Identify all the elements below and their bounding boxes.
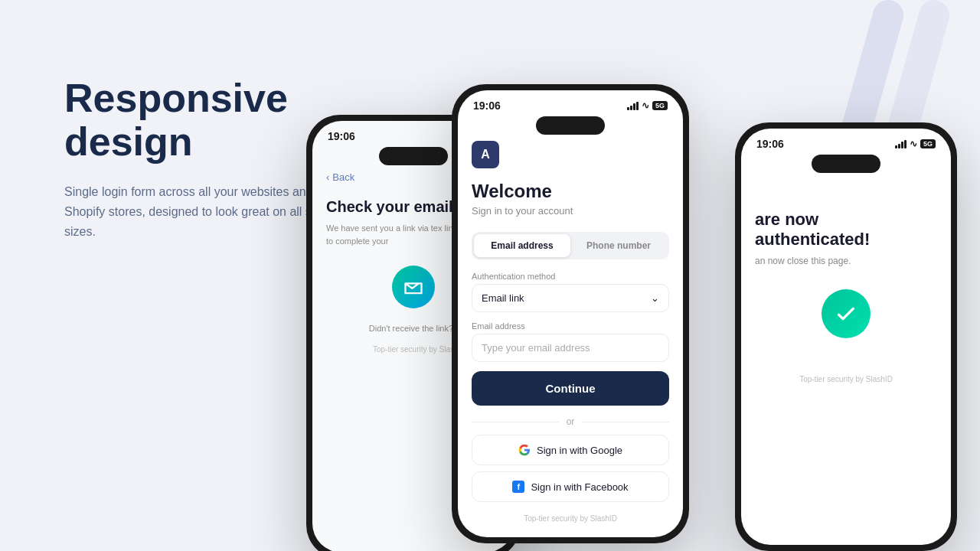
google-signin-button[interactable]: Sign in with Google — [472, 435, 669, 465]
auth-title: are now authenticated! — [755, 210, 937, 249]
time-center: 19:06 — [473, 99, 501, 112]
email-field-group: Email address Type your email address — [472, 321, 669, 362]
facebook-icon: f — [512, 481, 524, 493]
divider-line-right — [582, 422, 669, 422]
dynamic-island-left — [379, 147, 448, 165]
auth-method-select[interactable]: Email link ⌄ — [472, 284, 669, 312]
phone-center-content: A Welcome Sign in to your account Email … — [458, 141, 683, 529]
wifi-icon-center: ∿ — [642, 100, 649, 111]
welcome-title: Welcome — [472, 181, 669, 202]
security-footer-center: Top-tier security by SlashID — [472, 508, 669, 529]
email-sent-icon — [392, 266, 435, 308]
divider-line-left — [472, 422, 559, 422]
status-bar-center: 19:06 ∿ 5G — [458, 90, 683, 116]
phone-center: 19:06 ∿ 5G A Welcome Sign i — [452, 84, 689, 543]
continue-button[interactable]: Continue — [472, 371, 669, 406]
signal-icon-center — [627, 102, 639, 110]
app-icon: A — [472, 141, 499, 168]
battery-icon-right: 5G — [920, 139, 936, 148]
chevron-left-icon: ‹ — [326, 171, 329, 183]
email-label: Email address — [472, 321, 669, 331]
auth-method-label: Authentication method — [472, 272, 669, 281]
google-icon — [518, 444, 531, 456]
battery-icon-center: 5G — [652, 101, 668, 110]
phone-right-screen: 19:06 ∿ 5G are now authenticated — [741, 129, 951, 545]
or-divider: or — [472, 416, 669, 427]
facebook-label: Sign in with Facebook — [531, 481, 628, 493]
security-footer-right: Top-tier security by SlashID — [755, 369, 937, 390]
auth-subtitle: an now close this page. — [755, 256, 937, 266]
status-icons-right: ∿ 5G — [895, 139, 936, 149]
auth-method-field: Authentication method Email link ⌄ — [472, 272, 669, 312]
welcome-subtitle: Sign in to your account — [472, 205, 669, 217]
status-bar-right: 19:06 ∿ 5G — [741, 129, 951, 155]
status-icons-center: ∿ 5G — [627, 100, 668, 111]
phones-container: 19:06 ∿ 5G ‹ Back — [291, 38, 980, 551]
auth-success-icon — [822, 289, 871, 338]
google-label: Sign in with Google — [537, 445, 622, 456]
time-left: 19:06 — [328, 130, 355, 142]
phone-right: 19:06 ∿ 5G are now authenticated — [735, 122, 957, 551]
auth-tab-switcher[interactable]: Email address Phone number — [472, 232, 669, 259]
email-input[interactable]: Type your email address — [472, 334, 669, 362]
auth-method-value: Email link — [482, 292, 524, 304]
phone-right-content: are now authenticated! an now close this… — [741, 210, 951, 390]
dynamic-island-center — [536, 116, 605, 135]
tab-email[interactable]: Email address — [474, 234, 570, 257]
chevron-down-icon: ⌄ — [651, 292, 659, 304]
wifi-icon-right: ∿ — [910, 139, 917, 149]
time-right: 19:06 — [756, 138, 784, 150]
phone-center-screen: 19:06 ∿ 5G A Welcome Sign i — [458, 90, 683, 537]
tab-phone[interactable]: Phone number — [570, 234, 667, 257]
dynamic-island-right — [812, 155, 880, 173]
signal-icon-right — [895, 140, 906, 148]
or-text: or — [567, 416, 575, 427]
facebook-signin-button[interactable]: f Sign in with Facebook — [472, 471, 669, 502]
